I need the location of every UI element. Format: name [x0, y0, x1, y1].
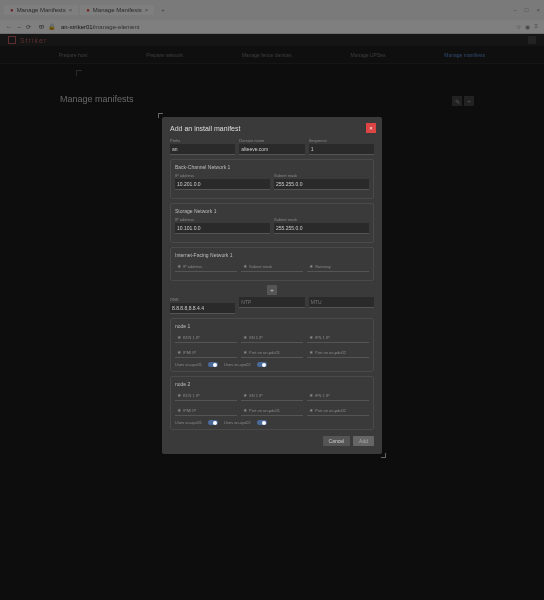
sequence-label: Sequence: [309, 138, 374, 143]
field-label: SN 1 IP: [249, 335, 263, 340]
ifn-ip-input[interactable]: ★IP address: [175, 261, 237, 272]
field-label: Port on an-pdu02: [315, 350, 346, 355]
star-icon: ★: [243, 392, 247, 398]
domain-input[interactable]: [239, 144, 304, 155]
corner-decoration: [381, 453, 386, 458]
node1-pdu02-input[interactable]: ★Port on an-pdu02: [307, 347, 369, 358]
star-icon: ★: [177, 392, 181, 398]
bcn-ip-label: IP address: [175, 173, 270, 178]
field-label: Port on an-pdu01: [249, 408, 280, 413]
field-label: SN 1 IP: [249, 393, 263, 398]
star-icon: ★: [309, 407, 313, 413]
node2-ifn-input[interactable]: ★IFN 1 IP: [307, 390, 369, 401]
sn-title: Storage Network 1: [175, 208, 369, 214]
node1-ipmi-input[interactable]: ★IPMI IP: [175, 347, 237, 358]
ifn-title: Internet-Facing Network 1: [175, 252, 369, 258]
bcn-title: Back-Channel Network 1: [175, 164, 369, 170]
star-icon: ★: [309, 349, 313, 355]
node2-title: node 2: [175, 381, 369, 387]
field-label: IPMI IP: [183, 408, 196, 413]
dialog-title: Add an install manifest: [170, 125, 374, 132]
field-label: Port on an-pdu02: [315, 408, 346, 413]
node1-bcn-input[interactable]: ★BCN 1 IP: [175, 332, 237, 343]
ifn-mask-input[interactable]: ★Subnet mask: [241, 261, 303, 272]
modal-overlay: Add an install manifest × Prefix Domain …: [0, 0, 544, 600]
field-label: IFN 1 IP: [315, 393, 330, 398]
node1-ups01-switch[interactable]: [208, 362, 218, 367]
field-label: IP address: [183, 264, 202, 269]
mtu-input[interactable]: [309, 297, 374, 308]
star-icon: ★: [309, 392, 313, 398]
sequence-input[interactable]: [309, 144, 374, 155]
node1-title: node 1: [175, 323, 369, 329]
star-icon: ★: [177, 407, 181, 413]
field-label: IFN 1 IP: [315, 335, 330, 340]
node2-pdu01-input[interactable]: ★Port on an-pdu01: [241, 405, 303, 416]
sn-ip-input[interactable]: [175, 223, 270, 234]
star-icon: ★: [177, 349, 181, 355]
star-icon: ★: [243, 349, 247, 355]
node1-section: node 1 ★BCN 1 IP ★SN 1 IP ★IFN 1 IP ★IPM…: [170, 318, 374, 372]
node1-ups01-label: Uses an-ups01: [175, 362, 202, 367]
bcn-mask-label: Subnet mask: [274, 173, 369, 178]
dns-label: DNS: [170, 297, 235, 302]
star-icon: ★: [243, 407, 247, 413]
sn-section: Storage Network 1 IP address Subnet mask: [170, 203, 374, 243]
sn-mask-label: Subnet mask: [274, 217, 369, 222]
node2-section: node 2 ★BCN 1 IP ★SN 1 IP ★IFN 1 IP ★IPM…: [170, 376, 374, 430]
cancel-button[interactable]: Cancel: [323, 436, 351, 446]
add-network-button[interactable]: +: [267, 285, 277, 295]
field-label: Subnet mask: [249, 264, 272, 269]
prefix-input[interactable]: [170, 144, 235, 155]
ntp-input[interactable]: [239, 297, 304, 308]
prefix-label: Prefix: [170, 138, 235, 143]
star-icon: ★: [309, 263, 313, 269]
field-label: Port on an-pdu01: [249, 350, 280, 355]
star-icon: ★: [243, 334, 247, 340]
node1-pdu01-input[interactable]: ★Port on an-pdu01: [241, 347, 303, 358]
star-icon: ★: [177, 334, 181, 340]
domain-label: Domain name: [239, 138, 304, 143]
node2-sn-input[interactable]: ★SN 1 IP: [241, 390, 303, 401]
field-label: BCN 1 IP: [183, 335, 200, 340]
star-icon: ★: [243, 263, 247, 269]
node2-ups01-switch[interactable]: [208, 420, 218, 425]
bcn-mask-input[interactable]: [274, 179, 369, 190]
star-icon: ★: [309, 334, 313, 340]
node2-ups02-switch[interactable]: [257, 420, 267, 425]
node2-ups01-label: Uses an-ups01: [175, 420, 202, 425]
node2-ups02-label: Uses an-ups02: [224, 420, 251, 425]
sn-ip-label: IP address: [175, 217, 270, 222]
node2-ipmi-input[interactable]: ★IPMI IP: [175, 405, 237, 416]
field-label: IPMI IP: [183, 350, 196, 355]
node1-sn-input[interactable]: ★SN 1 IP: [241, 332, 303, 343]
add-manifest-button[interactable]: Add: [353, 436, 374, 446]
node2-bcn-input[interactable]: ★BCN 1 IP: [175, 390, 237, 401]
node1-ups02-switch[interactable]: [257, 362, 267, 367]
install-manifest-dialog: Add an install manifest × Prefix Domain …: [162, 117, 382, 454]
ifn-section: Internet-Facing Network 1 ★IP address ★S…: [170, 247, 374, 281]
corner-decoration: [158, 113, 163, 118]
field-label: Gateway: [315, 264, 331, 269]
ifn-gateway-input[interactable]: ★Gateway: [307, 261, 369, 272]
node2-pdu02-input[interactable]: ★Port on an-pdu02: [307, 405, 369, 416]
bcn-ip-input[interactable]: [175, 179, 270, 190]
dns-input[interactable]: [170, 303, 235, 314]
node1-ifn-input[interactable]: ★IFN 1 IP: [307, 332, 369, 343]
sn-mask-input[interactable]: [274, 223, 369, 234]
node1-ups02-label: Uses an-ups02: [224, 362, 251, 367]
close-dialog-button[interactable]: ×: [366, 123, 376, 133]
field-label: BCN 1 IP: [183, 393, 200, 398]
star-icon: ★: [177, 263, 181, 269]
bcn-section: Back-Channel Network 1 IP address Subnet…: [170, 159, 374, 199]
